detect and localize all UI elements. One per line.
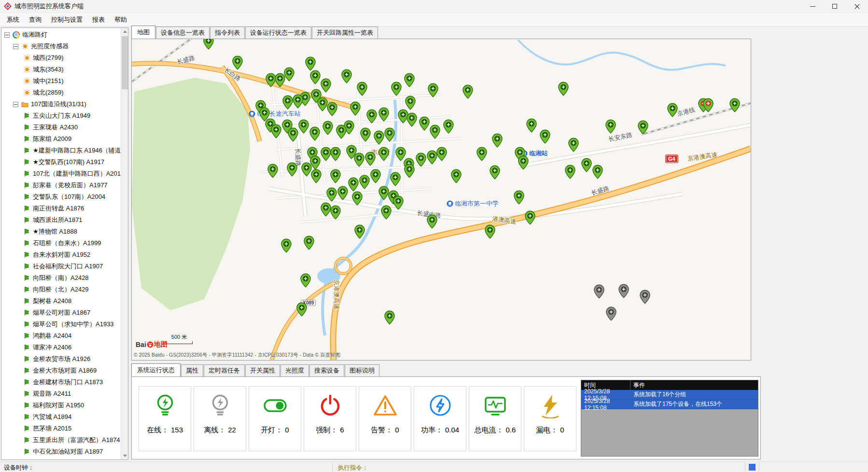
device-pin[interactable] bbox=[581, 158, 592, 172]
tree-device-2[interactable]: 陈家组 A2009 bbox=[1, 133, 121, 145]
device-pin[interactable] bbox=[275, 73, 285, 87]
tree-group-road107[interactable]: 107国道沿线(31/31) bbox=[1, 98, 121, 110]
device-pin[interactable] bbox=[405, 96, 416, 110]
device-pin[interactable] bbox=[354, 153, 364, 167]
device-pin[interactable] bbox=[378, 147, 389, 161]
device-pin[interactable] bbox=[232, 56, 243, 70]
tree-device-18[interactable]: 烟草公司（求知中学）A1933 bbox=[1, 319, 121, 330]
scroll-thumb[interactable] bbox=[122, 36, 128, 89]
bottom-tab-3[interactable]: 开关属性 bbox=[245, 364, 280, 376]
tree-device-12[interactable]: 自来水斜对面 A1952 bbox=[1, 249, 121, 261]
menu-item-2[interactable]: 控制与设置 bbox=[46, 13, 87, 27]
tree-device-29[interactable]: 中石化加油站对面 A1897 bbox=[1, 446, 121, 458]
scroll-up-icon[interactable] bbox=[121, 28, 128, 35]
tree-device-7[interactable]: 交警队东（107南）A2004 bbox=[1, 191, 121, 203]
device-pin[interactable] bbox=[638, 120, 648, 135]
tree-sensor-3[interactable]: 城北(2859) bbox=[1, 87, 121, 98]
device-pin[interactable] bbox=[428, 83, 438, 97]
device-pin[interactable] bbox=[296, 302, 307, 317]
tree-device-0[interactable]: 五尖山大门东 A1949 bbox=[1, 110, 121, 122]
tree-device-27[interactable]: 芭茅塘 A2015 bbox=[1, 423, 121, 434]
device-pin[interactable] bbox=[640, 290, 650, 304]
device-pin[interactable] bbox=[540, 129, 550, 144]
tree-device-28[interactable]: 五里派出所（富源汽配）A1874 bbox=[1, 434, 121, 446]
device-pin[interactable] bbox=[729, 98, 740, 112]
tree-device-22[interactable]: 金桥大市场对面 A1869 bbox=[1, 365, 121, 376]
device-pin[interactable] bbox=[348, 177, 359, 192]
menu-item-0[interactable]: 系统 bbox=[2, 13, 24, 27]
device-pin[interactable] bbox=[443, 119, 454, 134]
device-pin[interactable] bbox=[330, 147, 341, 161]
device-pin[interactable] bbox=[298, 119, 309, 134]
device-pin[interactable] bbox=[370, 169, 381, 183]
device-pin[interactable] bbox=[304, 236, 314, 250]
device-pin[interactable] bbox=[427, 150, 437, 165]
device-pin[interactable] bbox=[391, 82, 402, 96]
tree-device-3[interactable]: ★建新中路路口东 A1946（辅道灯） bbox=[1, 145, 121, 156]
device-pin[interactable] bbox=[322, 121, 333, 135]
menu-item-1[interactable]: 查询 bbox=[24, 13, 46, 27]
tree-device-9[interactable]: 城西派出所A1871 bbox=[1, 214, 121, 226]
tree-device-13[interactable]: 社会福利院大门口 A1907 bbox=[1, 261, 121, 272]
tree-device-21[interactable]: 金桥农贸市场 A1926 bbox=[1, 353, 121, 365]
tree-device-23[interactable]: 金桥建材市场门口 A1873 bbox=[1, 376, 121, 388]
tree-device-11[interactable]: 石咀桥（自来水）A1999 bbox=[1, 237, 121, 249]
device-pin[interactable] bbox=[317, 97, 328, 111]
tree-device-26[interactable]: 汽贸城 A1894 bbox=[1, 411, 121, 423]
device-pin[interactable] bbox=[374, 130, 384, 145]
device-pin[interactable] bbox=[384, 127, 395, 142]
tree-root[interactable]: G临湘路灯 bbox=[1, 29, 121, 41]
device-pin[interactable] bbox=[326, 187, 337, 202]
device-pin[interactable] bbox=[360, 127, 371, 142]
device-pin[interactable] bbox=[490, 165, 500, 180]
device-pin[interactable] bbox=[284, 67, 294, 82]
bottom-tab-2[interactable]: 定时器任务 bbox=[204, 364, 245, 376]
map-tab-3[interactable]: 设备运行状态一览表 bbox=[245, 27, 311, 39]
device-pin[interactable] bbox=[419, 116, 430, 131]
tree-device-25[interactable]: 福利院对面 A1950 bbox=[1, 400, 121, 411]
tree-device-5[interactable]: 107北（建新中路路口西）A2014 bbox=[1, 168, 121, 180]
device-pin[interactable] bbox=[558, 82, 569, 96]
tree-device-19[interactable]: 鸿鹳巷 A2404 bbox=[1, 330, 121, 342]
device-pin[interactable] bbox=[436, 147, 447, 161]
scroll-down-icon[interactable] bbox=[121, 452, 128, 459]
device-pin[interactable] bbox=[404, 164, 415, 178]
close-button[interactable] bbox=[846, 0, 868, 13]
menu-item-4[interactable]: 帮助 bbox=[110, 13, 132, 27]
bottom-tab-4[interactable]: 光照度 bbox=[280, 364, 309, 376]
tree-device-10[interactable]: ★博物馆 A1888 bbox=[1, 226, 121, 237]
device-pin[interactable] bbox=[618, 284, 629, 298]
device-pin[interactable] bbox=[430, 125, 440, 139]
bottom-tab-1[interactable]: 属性 bbox=[181, 364, 203, 376]
device-pin[interactable] bbox=[381, 205, 392, 220]
tree-device-16[interactable]: 梨树巷 A2408 bbox=[1, 295, 121, 307]
device-pin[interactable] bbox=[305, 56, 316, 71]
tree-device-8[interactable]: 南正街转盘 A1876 bbox=[1, 203, 121, 214]
device-pin[interactable] bbox=[378, 107, 389, 122]
device-pin[interactable] bbox=[337, 186, 348, 200]
minimize-button[interactable] bbox=[801, 0, 824, 13]
device-pin[interactable] bbox=[703, 98, 714, 112]
bottom-tab-6[interactable]: 图标说明 bbox=[345, 364, 379, 376]
device-pin[interactable] bbox=[406, 112, 417, 127]
device-pin[interactable] bbox=[327, 102, 337, 116]
device-pin[interactable] bbox=[378, 186, 389, 200]
device-pin[interactable] bbox=[350, 101, 361, 116]
device-pin[interactable] bbox=[366, 109, 377, 124]
device-pin[interactable] bbox=[330, 169, 341, 183]
device-pin[interactable] bbox=[416, 153, 426, 167]
device-pin[interactable] bbox=[492, 133, 503, 148]
device-pin[interactable] bbox=[485, 224, 495, 239]
device-pin[interactable] bbox=[667, 103, 678, 117]
tree-scrollbar[interactable] bbox=[121, 28, 128, 459]
device-pin[interactable] bbox=[321, 202, 331, 217]
device-pin[interactable] bbox=[330, 205, 341, 220]
device-pin[interactable] bbox=[568, 138, 579, 152]
bottom-tab-0[interactable]: 系统运行状态 bbox=[131, 363, 181, 376]
device-pin[interactable] bbox=[311, 169, 322, 183]
device-pin[interactable] bbox=[310, 70, 321, 84]
tree-device-6[interactable]: 彭家巷（党校后面）A1977 bbox=[1, 180, 121, 191]
device-pin[interactable] bbox=[518, 155, 529, 170]
collapse-toggle-icon[interactable] bbox=[13, 102, 18, 107]
tree-sensor-2[interactable]: 城中(2151) bbox=[1, 75, 121, 87]
